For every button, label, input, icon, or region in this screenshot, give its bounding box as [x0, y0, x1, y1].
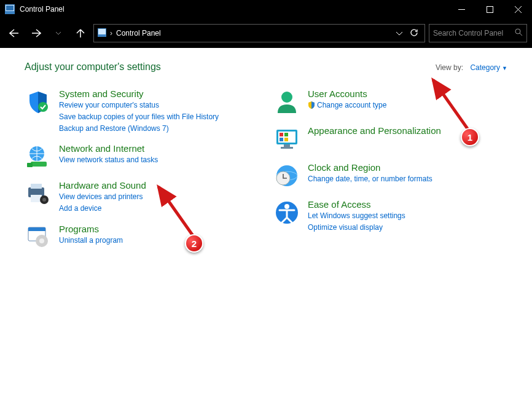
category-title[interactable]: Clock and Region [308, 162, 432, 173]
view-by-dropdown[interactable]: Category▼ [470, 63, 507, 72]
svg-rect-10 [31, 162, 47, 167]
up-button[interactable] [71, 24, 90, 42]
titlebar: Control Panel [0, 0, 532, 18]
category-hardware-sound: Hardware and Sound View devices and prin… [25, 180, 259, 214]
search-input[interactable] [433, 29, 511, 37]
category-link[interactable]: Change date, time, or number formats [308, 174, 432, 184]
breadcrumb-item[interactable]: Control Panel [116, 29, 161, 37]
programs-icon [25, 224, 52, 251]
user-icon [273, 88, 300, 116]
category-programs: Programs Uninstall a program [25, 224, 259, 251]
breadcrumb-separator-icon: › [110, 29, 112, 37]
svg-rect-24 [280, 133, 283, 136]
category-link[interactable]: Review your computer's status [59, 100, 219, 111]
view-by-value: Category [470, 63, 500, 72]
svg-point-34 [284, 204, 289, 209]
svg-rect-26 [280, 138, 283, 141]
svg-rect-6 [98, 29, 106, 34]
search-box[interactable] [429, 24, 527, 42]
annotation-bubble-1: 1 [461, 128, 479, 146]
close-button[interactable] [504, 0, 532, 18]
refresh-button[interactable] [410, 28, 418, 39]
category-system-security: System and Security Review your computer… [25, 88, 259, 133]
svg-rect-3 [458, 9, 465, 10]
minimize-button[interactable] [447, 0, 475, 18]
category-title[interactable]: User Accounts [308, 88, 386, 99]
svg-rect-28 [284, 144, 290, 147]
category-link[interactable]: Add a device [59, 203, 146, 214]
window-title: Control Panel [20, 5, 447, 14]
svg-point-21 [281, 92, 292, 103]
category-title[interactable]: Ease of Access [308, 199, 405, 210]
category-network-internet: Network and Internet View network status… [25, 143, 259, 170]
svg-rect-2 [6, 6, 14, 10]
category-link[interactable]: View network status and tasks [59, 155, 158, 165]
globe-network-icon [25, 143, 52, 170]
svg-rect-25 [284, 133, 288, 136]
category-link-text: Change account type [317, 101, 386, 109]
control-panel-window: Control Panel › Control Panel [0, 0, 532, 397]
category-link[interactable]: Save backup copies of your files with Fi… [59, 112, 219, 122]
svg-rect-4 [487, 6, 493, 12]
category-link[interactable]: View devices and printers [59, 192, 146, 202]
category-link[interactable]: Change account type [308, 100, 386, 112]
right-column: User Accounts Change account type Appear… [273, 88, 507, 261]
category-link[interactable]: Optimize visual display [308, 222, 405, 233]
printer-icon [25, 180, 52, 207]
category-title[interactable]: Appearance and Personalization [308, 125, 441, 136]
recent-locations-button[interactable] [49, 24, 68, 42]
maximize-button[interactable] [475, 0, 504, 18]
svg-point-8 [38, 102, 48, 112]
view-by-control: View by: Category▼ [436, 63, 507, 72]
category-link[interactable]: Let Windows suggest settings [308, 211, 405, 221]
uac-shield-icon [308, 101, 315, 112]
shield-security-icon [25, 88, 52, 116]
back-button[interactable] [5, 24, 23, 42]
svg-rect-18 [28, 227, 45, 231]
svg-point-16 [42, 198, 46, 202]
control-panel-icon [5, 4, 15, 14]
annotation-bubble-2: 2 [185, 234, 203, 253]
category-title[interactable]: System and Security [59, 88, 219, 99]
category-ease-of-access: Ease of Access Let Windows suggest setti… [273, 199, 507, 233]
content-area: Adjust your computer's settings View by:… [0, 48, 532, 397]
category-title[interactable]: Programs [59, 224, 123, 234]
category-title[interactable]: Hardware and Sound [59, 180, 146, 191]
search-icon[interactable] [515, 28, 523, 38]
page-title: Adjust your computer's settings [25, 61, 436, 73]
monitor-icon [273, 125, 300, 152]
forward-button[interactable] [27, 24, 45, 42]
category-link[interactable]: Uninstall a program [59, 235, 123, 246]
address-dropdown-button[interactable] [396, 29, 402, 37]
address-bar[interactable]: › Control Panel [93, 24, 425, 42]
control-panel-small-icon [98, 28, 106, 39]
category-link[interactable]: Backup and Restore (Windows 7) [59, 124, 219, 134]
ease-icon [273, 199, 300, 226]
left-column: System and Security Review your computer… [25, 88, 259, 261]
svg-rect-13 [31, 184, 42, 189]
view-by-label: View by: [436, 63, 463, 72]
svg-rect-27 [284, 138, 288, 141]
category-user-accounts: User Accounts Change account type [273, 88, 507, 116]
svg-rect-11 [27, 163, 33, 167]
caret-down-icon: ▼ [502, 65, 507, 71]
clock-globe-icon [273, 162, 300, 189]
svg-rect-29 [281, 147, 293, 149]
svg-point-7 [515, 29, 520, 34]
navbar: › Control Panel [0, 18, 532, 48]
category-title[interactable]: Network and Internet [59, 143, 158, 154]
category-clock-region: Clock and Region Change date, time, or n… [273, 162, 507, 189]
svg-point-20 [39, 238, 44, 243]
